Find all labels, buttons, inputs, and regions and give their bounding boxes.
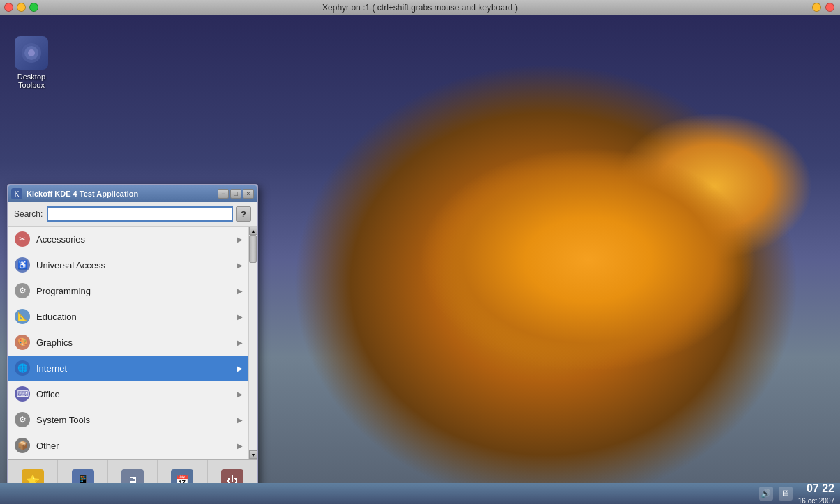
- menu-item-label-education: Education: [36, 312, 77, 322]
- clock-time: 07 22: [798, 482, 834, 496]
- desktop-icon-label: Desktop Toolbox: [7, 72, 56, 89]
- svg-text:⚙: ⚙: [19, 415, 27, 425]
- svg-text:📦: 📦: [17, 440, 28, 450]
- svg-text:🌐: 🌐: [17, 362, 28, 373]
- tr-min-btn[interactable]: [812, 3, 821, 12]
- scroll-thumb[interactable]: [249, 235, 257, 263]
- svg-text:📐: 📐: [17, 311, 28, 321]
- scrollbar[interactable]: ▲ ▼: [248, 227, 257, 459]
- menu-item-icon-programming: ⚙: [14, 282, 31, 299]
- window-max-btn[interactable]: [29, 3, 38, 12]
- menu-item-icon-internet: 🌐: [14, 360, 31, 376]
- menu-item-internet[interactable]: 🌐Internet▶: [8, 356, 248, 381]
- scroll-up-btn[interactable]: ▲: [249, 227, 257, 235]
- svg-text:⚙: ⚙: [19, 286, 27, 296]
- kickoff-minimize-btn[interactable]: −: [218, 189, 229, 199]
- menu-item-icon-graphics: 🎨: [14, 334, 31, 351]
- svg-text:⌨: ⌨: [17, 389, 29, 399]
- menu-item-label-graphics: Graphics: [36, 337, 73, 348]
- window-min-btn[interactable]: [17, 3, 26, 12]
- menu-item-icon-universal-access: ♿: [14, 257, 31, 273]
- menu-item-icon-system-tools: ⚙: [14, 411, 31, 428]
- menu-item-label-internet: Internet: [36, 363, 67, 374]
- menu-item-other[interactable]: 📦Other▶: [8, 433, 248, 459]
- menu-item-label-office: Office: [36, 389, 60, 399]
- menu-item-arrow-education: ▶: [237, 313, 243, 321]
- scroll-track: [249, 235, 257, 450]
- kickoff-window: K Kickoff KDE 4 Test Application − □ × S…: [7, 184, 258, 504]
- menu-item-icon-office: ⌨: [14, 385, 31, 402]
- desktop: Desktop Toolbox K Kickoff KDE 4 Test App…: [0, 15, 840, 504]
- menu-item-arrow-system-tools: ▶: [237, 416, 243, 424]
- menu-item-label-system-tools: System Tools: [36, 415, 90, 425]
- menu-item-arrow-universal-access: ▶: [237, 261, 243, 269]
- kickoff-titlebar: K Kickoff KDE 4 Test Application − □ ×: [8, 185, 257, 202]
- menu-item-icon-accessories: ✂: [14, 231, 31, 247]
- search-input[interactable]: [47, 206, 233, 222]
- svg-text:♿: ♿: [17, 259, 28, 270]
- menu-list: ✂Accessories▶♿Universal Access▶⚙Programm…: [8, 227, 248, 459]
- kickoff-close-btn[interactable]: ×: [243, 189, 254, 199]
- title-bar: Xephyr on :1 ( ctrl+shift grabs mouse an…: [0, 0, 840, 15]
- title-bar-right-buttons: [812, 3, 834, 12]
- window-title: Xephyr on :1 ( ctrl+shift grabs mouse an…: [322, 3, 518, 13]
- tray-icon-2[interactable]: 🖥: [779, 487, 793, 501]
- menu-item-arrow-programming: ▶: [237, 287, 243, 295]
- menu-item-arrow-internet: ▶: [237, 365, 243, 372]
- svg-text:✂: ✂: [19, 234, 26, 244]
- kickoff-maximize-btn[interactable]: □: [230, 189, 241, 199]
- search-help-btn[interactable]: ?: [236, 206, 251, 222]
- clock-date: 16 oct 2007: [798, 496, 834, 504]
- menu-item-universal-access[interactable]: ♿Universal Access▶: [8, 252, 248, 278]
- window-close-btn[interactable]: [4, 3, 13, 12]
- taskbar: 🔊 🖥 07 22 16 oct 2007: [0, 483, 840, 504]
- kickoff-app-icon: K: [11, 188, 22, 199]
- svg-text:🎨: 🎨: [17, 337, 28, 347]
- kickoff-search-bar: Search: ?: [8, 202, 257, 227]
- desktop-icon-image: [15, 36, 48, 70]
- menu-item-programming[interactable]: ⚙Programming▶: [8, 278, 248, 304]
- desktop-icon-toolbox[interactable]: Desktop Toolbox: [7, 36, 56, 89]
- menu-item-arrow-graphics: ▶: [237, 339, 243, 346]
- menu-item-label-programming: Programming: [36, 286, 91, 296]
- menu-item-accessories[interactable]: ✂Accessories▶: [8, 227, 248, 252]
- menu-item-label-universal-access: Universal Access: [36, 260, 105, 270]
- tray-icon-1[interactable]: 🔊: [759, 487, 773, 501]
- menu-item-label-other: Other: [36, 441, 59, 451]
- tr-close-btn[interactable]: [825, 3, 834, 12]
- menu-item-system-tools[interactable]: ⚙System Tools▶: [8, 407, 248, 433]
- title-bar-left-buttons: [4, 3, 38, 12]
- menu-item-graphics[interactable]: 🎨Graphics▶: [8, 330, 248, 356]
- menu-item-icon-education: 📐: [14, 308, 31, 325]
- menu-item-office[interactable]: ⌨Office▶: [8, 381, 248, 407]
- menu-item-label-accessories: Accessories: [36, 234, 85, 245]
- menu-item-education[interactable]: 📐Education▶: [8, 304, 248, 330]
- menu-scroll-container: ✂Accessories▶♿Universal Access▶⚙Programm…: [8, 227, 257, 459]
- menu-item-icon-other: 📦: [14, 437, 31, 454]
- search-label: Search:: [14, 209, 43, 219]
- kickoff-title: Kickoff KDE 4 Test Application: [27, 190, 216, 198]
- menu-item-arrow-accessories: ▶: [237, 236, 243, 243]
- svg-point-2: [28, 49, 35, 56]
- menu-item-arrow-other: ▶: [237, 442, 243, 450]
- menu-item-arrow-office: ▶: [237, 390, 243, 398]
- scroll-down-btn[interactable]: ▼: [249, 450, 257, 459]
- clock: 07 22 16 oct 2007: [798, 482, 834, 504]
- taskbar-right: 🔊 🖥 07 22 16 oct 2007: [759, 482, 834, 504]
